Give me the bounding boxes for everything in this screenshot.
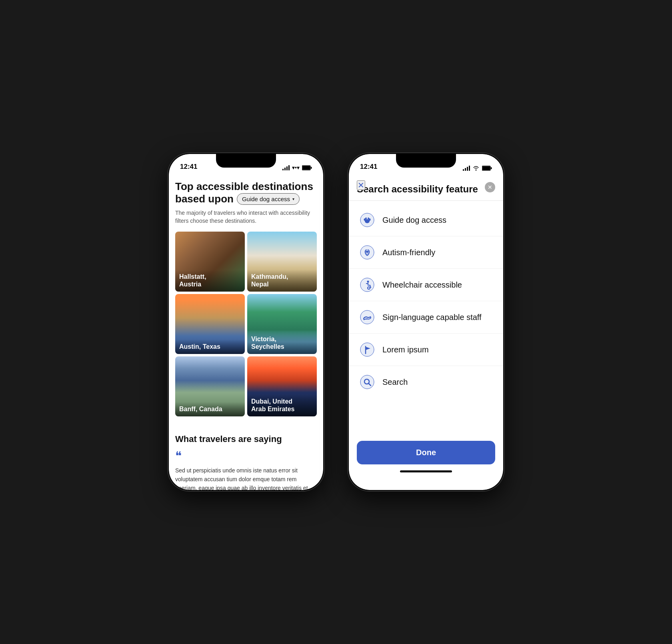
feature-item-lorem[interactable]: Lorem ipsum	[349, 334, 503, 366]
dest-label-banff: Banff, Canada	[175, 402, 245, 416]
left-scroll[interactable]: Top accessible destinations based upon G…	[169, 174, 323, 490]
notch-right	[396, 154, 456, 168]
feature-item-guide-dog[interactable]: Guide dog access	[349, 204, 503, 236]
svg-rect-2	[311, 167, 312, 169]
dest-card-hallstatt[interactable]: Hallstatt,Austria	[175, 232, 245, 292]
quote-icon: ❝	[175, 450, 317, 462]
feature-name-sign-language: Sign-language capable staff	[382, 313, 482, 322]
sign-language-icon	[358, 308, 376, 326]
time-left: 12:41	[180, 163, 197, 171]
close-button[interactable]: ✕	[357, 180, 365, 190]
battery-icon	[302, 165, 312, 170]
wheelchair-icon	[358, 276, 376, 294]
right-content: 12:41	[349, 154, 503, 490]
feature-name-search: Search	[382, 378, 408, 387]
signal-icon-right	[463, 165, 470, 171]
status-icons-left: ▾•▾	[282, 164, 312, 171]
autism-icon	[358, 244, 376, 261]
left-phone: 12:41 ▾•▾	[168, 153, 324, 491]
lorem-icon	[358, 341, 376, 358]
dest-card-austin[interactable]: Austin, Texas	[175, 294, 245, 354]
svg-point-15	[367, 281, 369, 283]
svg-rect-6	[491, 167, 492, 169]
dest-card-dubai[interactable]: Dubai, UnitedArab Emirates	[247, 356, 317, 416]
feature-name-guide-dog: Guide dog access	[382, 216, 446, 225]
testimonial-text: Sed ut perspiciatis unde omnis iste natu…	[175, 466, 317, 490]
search-feature-icon	[358, 373, 376, 391]
home-indicator-right	[357, 464, 495, 478]
svg-point-12	[368, 218, 369, 220]
dest-label-austin: Austin, Texas	[175, 340, 245, 354]
home-bar-right	[400, 470, 452, 472]
svg-point-14	[360, 278, 374, 292]
dest-label-hallstatt: Hallstatt,Austria	[175, 270, 245, 291]
dest-card-kathmandu[interactable]: Kathmandu,Nepal	[247, 232, 317, 292]
done-button[interactable]: Done	[357, 441, 495, 464]
dest-label-dubai: Dubai, UnitedArab Emirates	[247, 394, 317, 416]
modal-header: ✕ Search acessibility feature ✕	[349, 174, 503, 201]
wifi-icon-right	[472, 165, 480, 171]
modal-title: Search acessibility feature	[357, 184, 495, 195]
feature-name-wheelchair: Wheelchair accessible	[382, 280, 462, 290]
destinations-grid: Hallstatt,Austria Kathmandu,Nepal Austin…	[175, 232, 317, 416]
page-heading: Top accessible destinations based upon G…	[175, 180, 317, 205]
dest-card-victoria[interactable]: Victoria,Seychelles	[247, 294, 317, 354]
dest-card-banff[interactable]: Banff, Canada	[175, 356, 245, 416]
guide-dog-icon	[358, 211, 376, 229]
signal-icon	[282, 165, 290, 170]
dest-label-victoria: Victoria,Seychelles	[247, 332, 317, 354]
dropdown-arrow-icon: ▾	[292, 197, 294, 201]
battery-icon-right	[482, 166, 492, 171]
modal-footer: Done	[349, 434, 503, 490]
svg-rect-5	[482, 166, 490, 170]
feature-item-search[interactable]: Search	[349, 366, 503, 398]
svg-rect-1	[302, 166, 310, 170]
clear-button[interactable]: ✕	[485, 182, 495, 192]
wifi-icon: ▾•▾	[292, 164, 300, 171]
time-right: 12:41	[360, 163, 377, 171]
svg-point-20	[360, 343, 374, 356]
feature-item-sign-language[interactable]: Sign-language capable staff	[349, 301, 503, 334]
dest-label-kathmandu: Kathmandu,Nepal	[247, 270, 317, 291]
feature-item-autism[interactable]: Autism-friendly	[349, 236, 503, 269]
svg-point-22	[360, 375, 374, 389]
testimonial-title: What travelers are saying	[175, 434, 317, 444]
page-subtitle: The majority of travelers who interact w…	[175, 209, 317, 225]
status-icons-right	[463, 165, 492, 171]
filter-dropdown[interactable]: Guide dog access ▾	[237, 193, 300, 205]
testimonial-section: What travelers are saying ❝ Sed ut persp…	[175, 426, 317, 490]
right-phone: 12:41	[348, 153, 504, 491]
feature-list[interactable]: Guide dog access	[349, 201, 503, 434]
feature-item-wheelchair[interactable]: Wheelchair accessible	[349, 269, 503, 301]
notch	[216, 154, 276, 168]
svg-point-11	[365, 218, 367, 220]
svg-point-3	[476, 170, 477, 171]
feature-name-lorem: Lorem ipsum	[382, 345, 429, 354]
feature-name-autism: Autism-friendly	[382, 248, 435, 257]
